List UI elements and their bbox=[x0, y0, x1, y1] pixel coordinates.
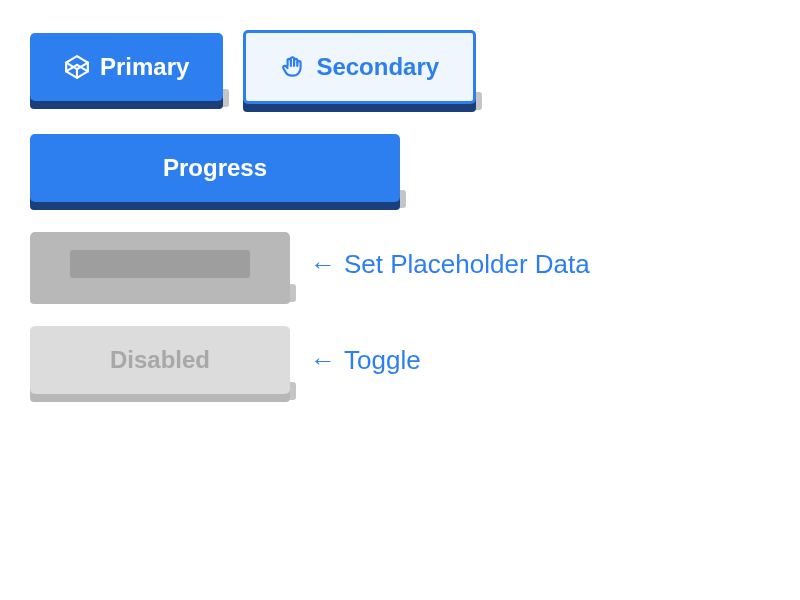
placeholder-button-wrapper bbox=[30, 232, 290, 296]
secondary-button[interactable]: Secondary bbox=[243, 30, 476, 104]
hand-icon bbox=[280, 54, 306, 80]
progress-button-label: Progress bbox=[163, 154, 267, 182]
placeholder-button[interactable] bbox=[30, 232, 290, 296]
arrow-left-icon: ← bbox=[310, 249, 336, 280]
primary-button[interactable]: Primary bbox=[30, 33, 223, 101]
set-placeholder-link[interactable]: ← Set Placeholder Data bbox=[310, 249, 590, 280]
secondary-button-wrapper: Secondary bbox=[243, 30, 476, 104]
set-placeholder-label: Set Placeholder Data bbox=[344, 249, 590, 280]
button-row-4: Disabled ← Toggle bbox=[30, 326, 770, 394]
secondary-button-label: Secondary bbox=[316, 53, 439, 81]
toggle-link[interactable]: ← Toggle bbox=[310, 345, 421, 376]
disabled-button: Disabled bbox=[30, 326, 290, 394]
primary-button-label: Primary bbox=[100, 53, 189, 81]
primary-button-wrapper: Primary bbox=[30, 33, 223, 101]
progress-button[interactable]: Progress bbox=[30, 134, 400, 202]
disabled-button-label: Disabled bbox=[110, 346, 210, 374]
button-row-2: Progress bbox=[30, 134, 770, 202]
button-row-3: ← Set Placeholder Data bbox=[30, 232, 770, 296]
button-row-1: Primary Secondary bbox=[30, 30, 770, 104]
disabled-button-wrapper: Disabled bbox=[30, 326, 290, 394]
arrow-left-icon: ← bbox=[310, 345, 336, 376]
progress-button-wrapper: Progress bbox=[30, 134, 400, 202]
placeholder-bar bbox=[70, 250, 250, 278]
cube-icon bbox=[64, 54, 90, 80]
toggle-label: Toggle bbox=[344, 345, 421, 376]
